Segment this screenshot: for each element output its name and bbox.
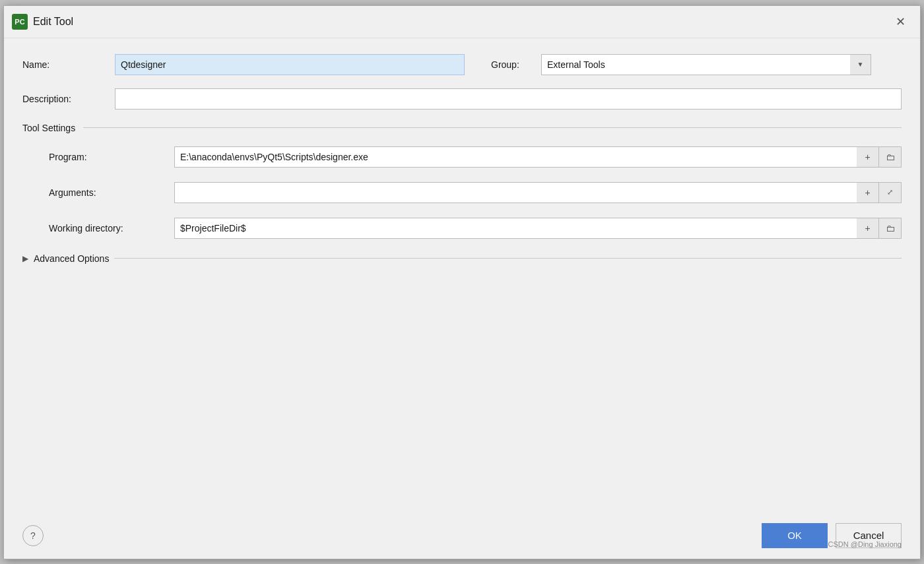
advanced-options-section: ▶ Advanced Options xyxy=(22,253,902,264)
title-bar: PC Edit Tool ✕ xyxy=(4,6,920,38)
cancel-button[interactable]: Cancel xyxy=(836,523,902,548)
tool-settings-divider: Tool Settings xyxy=(22,123,902,133)
working-dir-row: Working directory: + 🗀 xyxy=(49,218,902,239)
arguments-add-button[interactable]: + xyxy=(857,182,879,203)
tool-settings-title: Tool Settings xyxy=(22,123,75,133)
arguments-row: Arguments: + ⤢ xyxy=(49,182,902,203)
group-select[interactable]: External Tools xyxy=(541,54,871,75)
close-button[interactable]: ✕ xyxy=(891,13,909,31)
title-bar-left: PC Edit Tool xyxy=(12,14,73,30)
ok-button[interactable]: OK xyxy=(762,523,828,548)
name-group-row: Name: Group: External Tools ▼ xyxy=(22,54,902,75)
working-dir-input-wrapper: + 🗀 xyxy=(174,218,902,239)
description-input[interactable] xyxy=(115,88,902,110)
description-row: Description: xyxy=(22,88,902,110)
arguments-input[interactable] xyxy=(174,182,902,203)
triangle-right-icon: ▶ xyxy=(22,254,28,263)
arguments-label: Arguments: xyxy=(49,187,174,198)
name-input[interactable] xyxy=(115,54,465,75)
program-input[interactable] xyxy=(174,146,902,168)
group-label: Group: xyxy=(491,59,531,70)
group-select-wrapper: External Tools ▼ xyxy=(541,54,871,75)
program-input-wrapper: + 🗀 xyxy=(174,146,902,168)
arguments-input-wrapper: + ⤢ xyxy=(174,182,902,203)
working-dir-folder-button[interactable]: 🗀 xyxy=(879,218,902,239)
program-btn-group: + 🗀 xyxy=(857,146,902,168)
arguments-expand-button[interactable]: ⤢ xyxy=(879,182,902,203)
program-label: Program: xyxy=(49,152,174,162)
working-dir-label: Working directory: xyxy=(49,223,174,234)
description-label: Description: xyxy=(22,94,115,104)
program-folder-button[interactable]: 🗀 xyxy=(879,146,902,168)
working-dir-input[interactable] xyxy=(174,218,902,239)
name-label: Name: xyxy=(22,59,115,70)
advanced-options-title: Advanced Options xyxy=(34,253,109,264)
advanced-options-line xyxy=(114,258,902,259)
dialog-content: Name: Group: External Tools ▼ Descriptio… xyxy=(4,38,920,513)
footer-buttons: OK Cancel xyxy=(762,523,902,548)
working-dir-btn-group: + 🗀 xyxy=(857,218,902,239)
working-dir-add-button[interactable]: + xyxy=(857,218,879,239)
program-row: Program: + 🗀 xyxy=(49,146,902,168)
edit-tool-dialog: PC Edit Tool ✕ Name: Group: External Too… xyxy=(3,5,921,559)
dialog-title: Edit Tool xyxy=(33,16,73,28)
tool-settings-line xyxy=(83,127,902,128)
help-button[interactable]: ? xyxy=(22,525,44,546)
program-add-button[interactable]: + xyxy=(857,146,879,168)
dialog-footer: ? OK Cancel xyxy=(4,513,920,559)
arguments-btn-group: + ⤢ xyxy=(857,182,902,203)
tool-settings-area: Program: + 🗀 Arguments: + ⤢ xyxy=(22,146,902,239)
app-icon: PC xyxy=(12,14,28,30)
